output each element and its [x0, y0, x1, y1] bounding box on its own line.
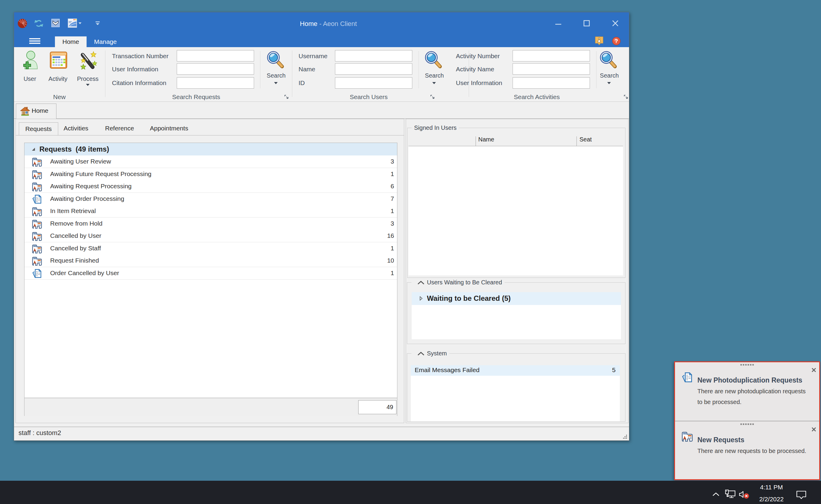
svg-text:?: ?: [615, 38, 618, 44]
